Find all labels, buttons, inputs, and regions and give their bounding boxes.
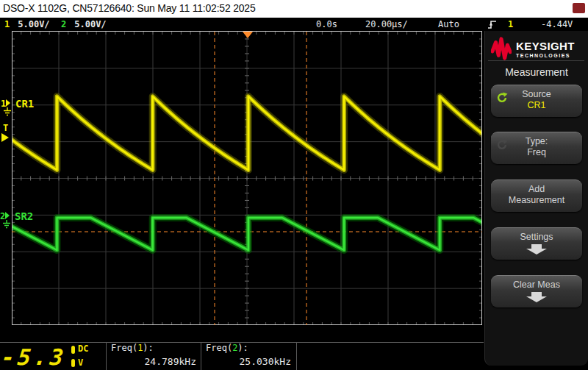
keysight-spark-icon	[491, 35, 512, 62]
status-indicator	[573, 3, 585, 13]
graticule	[12, 32, 482, 326]
cycle-icon	[496, 92, 508, 104]
softkey-label: Settings	[491, 232, 582, 242]
menu-down-arrow-icon	[524, 244, 549, 255]
softkey-source[interactable]: Source CR1	[491, 85, 582, 117]
channel1-scale: 5.00V/	[18, 19, 49, 29]
horizontal-delay[interactable]: 0.0s	[316, 19, 337, 29]
channel2-ref-marker[interactable]: 2	[0, 211, 10, 228]
softkey-panel: KEYSIGHT TECHNOLOGIES Measurement Source…	[484, 31, 588, 366]
trigger-marker-arrow-icon	[1, 133, 9, 142]
acquisition-mode[interactable]: Auto	[438, 19, 459, 29]
softkey-menu: KEYSIGHT TECHNOLOGIES Measurement Source…	[484, 31, 588, 370]
softkey-clear-meas[interactable]: Clear Meas	[491, 275, 582, 307]
dvm-unit: V	[78, 357, 83, 368]
trigger-time-marker[interactable]	[243, 32, 253, 38]
menu-down-arrow-icon	[524, 292, 549, 302]
horizontal-scale[interactable]: 20.00µs/	[365, 19, 408, 29]
trigger-edge-icon	[487, 19, 498, 29]
trigger-level[interactable]: -4.44V	[541, 19, 573, 29]
measurement-label: Freq(2):	[206, 343, 291, 353]
title-bar: DSO-X 1102G, CN57126640: Sun May 11 11:0…	[0, 0, 588, 18]
softkey-label: Add	[491, 184, 582, 194]
oscilloscope-screen: DSO-X 1102G, CN57126640: Sun May 11 11:0…	[0, 0, 588, 370]
waveform-display: 1 T 2 CR1 SR2	[0, 31, 484, 326]
dvm-mode: DC	[78, 344, 88, 354]
channel2-marker-digit: 2	[0, 211, 5, 221]
results-separator	[106, 343, 107, 370]
measurement-label-text: Freq(	[206, 343, 232, 353]
channel2-trace	[0, 218, 484, 250]
channel1-number: 1	[4, 19, 10, 29]
measurement-label-text: Freq(	[111, 343, 137, 353]
results-bar: -5.3 DC V Freq(1): 24.789kHz Freq(2): 25…	[0, 326, 484, 370]
results-separator	[201, 343, 201, 370]
menu-title: Measurement	[485, 66, 588, 78]
trigger-level-marker[interactable]: T	[1, 123, 9, 142]
measurement-label-text: ):	[237, 343, 248, 353]
channel1-marker-arrow-icon	[6, 99, 10, 107]
channel1-ref-marker[interactable]: 1	[1, 99, 11, 115]
probe-icon	[71, 359, 75, 367]
channel2-label: SR2	[15, 210, 33, 222]
dvm-readout: -5.3 DC V	[0, 342, 105, 370]
measurement-value: 24.789kHz	[111, 356, 196, 367]
cycle-icon	[496, 139, 508, 151]
channel2-marker-arrow-icon	[5, 212, 10, 219]
dvm-value: -5.3	[0, 344, 68, 370]
softkey-add-measurement[interactable]: Add Measurement	[491, 179, 582, 212]
softkey-label: Measurement	[491, 195, 582, 205]
brand-name: KEYSIGHT	[516, 40, 575, 52]
measurement-label: Freq(1):	[111, 343, 196, 353]
brand-subname: TECHNOLOGIES	[516, 53, 575, 58]
keysight-logo: KEYSIGHT TECHNOLOGIES	[491, 35, 575, 62]
measurement-value: 25.030kHz	[206, 356, 291, 367]
channel1-label: CR1	[15, 98, 34, 110]
channel1-marker-digit: 1	[1, 99, 6, 109]
device-title: DSO-X 1102G, CN57126640: Sun May 11 11:0…	[3, 2, 256, 14]
channel2-number: 2	[61, 19, 66, 29]
trigger-source[interactable]: 1	[508, 19, 513, 29]
graticule-and-traces: 1 T 2 CR1 SR2	[0, 31, 484, 326]
softkey-label: Clear Meas	[491, 280, 582, 290]
probe-icon	[71, 346, 75, 354]
softkey-type[interactable]: Type: Freq	[491, 132, 582, 164]
softkey-settings[interactable]: Settings	[491, 227, 582, 260]
channel2-status[interactable]: 2 5.00V/	[61, 19, 107, 29]
status-bar: 1 5.00V/ 2 5.00V/ 0.0s 20.00µs/ Auto 1 -…	[0, 18, 588, 31]
channel1-status[interactable]: 1 5.00V/	[4, 19, 50, 29]
measurement-freq-ch2: Freq(2): 25.030kHz	[206, 343, 291, 367]
trigger-marker-letter: T	[3, 123, 8, 133]
menu-divider	[488, 60, 584, 61]
results-separator	[296, 343, 297, 370]
channel2-scale: 5.00V/	[74, 19, 106, 29]
measurement-label-text: ):	[143, 343, 153, 353]
measurement-freq-ch1: Freq(1): 24.789kHz	[111, 343, 196, 367]
channel1-trace	[0, 96, 484, 170]
